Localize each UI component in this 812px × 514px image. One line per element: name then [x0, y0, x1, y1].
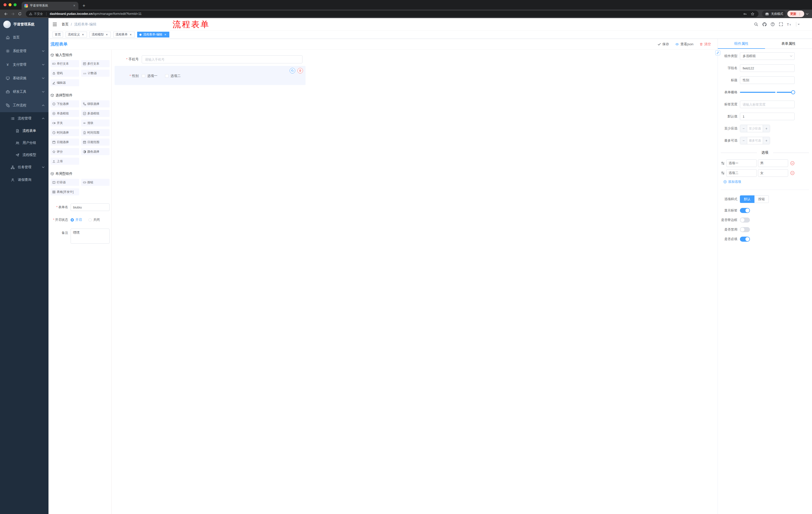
palette-item-time-picker[interactable]: 时间选择 — [51, 129, 79, 136]
palette-item-radio-group[interactable]: 单选框组 — [51, 110, 79, 117]
sidebar-item-process-model[interactable]: 流程模型 — [0, 149, 49, 161]
sidebar-item-process-form[interactable]: 流程表单 — [0, 125, 49, 137]
component-cube-icon — [51, 172, 54, 175]
sidebar-item-leave-query[interactable]: 请假查询 — [0, 173, 49, 186]
selected-item-actions — [290, 68, 303, 74]
sidebar-item-payment[interactable]: ¥ 支付管理 — [0, 58, 49, 72]
switch-icon — [52, 121, 56, 125]
chevron-up-icon — [42, 118, 45, 119]
palette-item-row-container[interactable]: 行容器 — [51, 179, 79, 186]
component-cube-icon — [51, 93, 54, 97]
upload-icon — [52, 160, 56, 163]
tag-close-icon[interactable]: × — [81, 33, 85, 36]
delete-component-button[interactable] — [297, 68, 303, 74]
palette-item-date-range[interactable]: 日期范围 — [81, 139, 110, 145]
palette-item-cascader[interactable]: 级联选择 — [81, 100, 110, 107]
palette-item-textarea[interactable]: 多行文本 — [81, 60, 110, 67]
sidebar-item-label: 基础设施 — [13, 76, 26, 80]
reload-button[interactable] — [16, 10, 23, 17]
tag-process-definition[interactable]: 流程定义 × — [65, 32, 87, 37]
app-logo[interactable]: 芋道管理系统 — [0, 18, 49, 31]
browser-toolbar: 不安全 dashboard.yudao.iocoder.cn/bpm/manag… — [0, 9, 406, 18]
url-path: /bpm/manager/form/edit?formId=11 — [92, 12, 141, 16]
palette-item-label: 编辑器 — [57, 81, 66, 85]
page-title: 流程表单 — [51, 41, 67, 47]
window-minimize-button[interactable] — [8, 3, 11, 6]
palette-item-upload[interactable]: 上传 — [51, 158, 79, 165]
status-radio-off[interactable]: 关闭 — [88, 218, 100, 222]
tag-process-form-edit[interactable]: 流程表单-编辑 × — [137, 32, 169, 37]
gender-checkbox-option2[interactable]: 选项二 — [165, 74, 181, 78]
tag-close-icon[interactable]: × — [164, 33, 167, 36]
sidebar-item-user-groups[interactable]: 用户分组 — [0, 137, 49, 149]
sidebar-item-process-management[interactable]: 流程管理 — [0, 112, 49, 125]
tab-close-icon[interactable]: × — [72, 3, 76, 8]
form-name-input[interactable] — [70, 204, 110, 211]
palette-item-date-picker[interactable]: 日期选择 — [51, 139, 79, 145]
form-canvas[interactable]: *手机号 *性别 选项一 选项二 — [112, 50, 406, 257]
gender-checkbox-option1[interactable]: 选项一 — [142, 74, 157, 78]
palette-item-counter[interactable]: 123计数器 — [81, 70, 110, 77]
tag-process-form[interactable]: 流程表单 × — [113, 32, 135, 37]
address-bar[interactable]: 不安全 dashboard.yudao.iocoder.cn/bpm/manag… — [26, 10, 406, 17]
canvas-field-gender-selected[interactable]: *性别 选项一 选项二 — [115, 66, 306, 85]
password-lock-icon — [52, 72, 56, 75]
palette-item-time-range[interactable]: 时间范围 — [81, 129, 110, 136]
palette-item-color-picker[interactable]: 颜色选择 — [81, 148, 110, 155]
sidebar-item-task-management[interactable]: 任务管理 — [0, 161, 49, 173]
tag-close-icon[interactable]: × — [105, 33, 109, 36]
palette-item-select[interactable]: 下拉选择 — [51, 100, 79, 107]
designer-header: 流程表单 保存 查看json 清空 — [49, 39, 406, 50]
app-header: 首页 / 流程表单-编辑 TT — [49, 18, 406, 31]
phone-input[interactable] — [142, 55, 302, 63]
palette-item-button[interactable]: 按钮 — [81, 179, 110, 186]
tag-home[interactable]: 首页 — [53, 32, 63, 37]
palette-item-editor[interactable]: 编辑器 — [51, 79, 79, 86]
browser-chrome: 芋道管理系统 × + 不安全 dashboard.yudao.iocoder.c… — [0, 0, 406, 18]
radio-label: 开启 — [76, 218, 82, 222]
sidebar-item-label: 流程管理 — [18, 116, 31, 121]
gender-field-label: *性别 — [115, 74, 139, 78]
palette-item-switch[interactable]: 开关 — [51, 119, 79, 127]
palette-item-single-text[interactable]: 单行文本 — [51, 60, 79, 67]
tag-process-model[interactable]: 流程模型 × — [89, 32, 111, 37]
rate-star-icon — [52, 150, 56, 154]
status-radio-on[interactable]: 开启 — [70, 218, 82, 222]
chevron-down-icon — [42, 77, 45, 79]
time-range-icon — [83, 131, 86, 134]
back-button[interactable] — [2, 10, 9, 17]
new-tab-button[interactable]: + — [80, 2, 87, 9]
sidebar-item-home[interactable]: 首页 — [0, 31, 49, 44]
sidebar-item-workflow[interactable]: 工作流程 — [0, 99, 49, 112]
breadcrumb-home[interactable]: 首页 — [62, 22, 68, 27]
briefcase-icon — [5, 90, 10, 94]
palette-item-checkbox-group[interactable]: 多选框组 — [81, 110, 110, 117]
sidebar-item-devtools[interactable]: 研发工具 — [0, 85, 49, 99]
checkbox-label: 选项二 — [171, 74, 181, 78]
palette-chip-grid: 单行文本 多行文本 密码 123计数器 编辑器 — [51, 60, 110, 86]
radio-dot — [70, 218, 74, 221]
browser-tab[interactable]: 芋道管理系统 × — [22, 2, 78, 9]
canvas-field-phone[interactable]: *手机号 — [115, 55, 406, 63]
form-remark-textarea[interactable]: 嘿嘿 — [70, 228, 110, 244]
field-label-text: 性别 — [132, 74, 139, 78]
svg-text:123: 123 — [83, 72, 86, 75]
palette-item-password[interactable]: 密码 — [51, 70, 79, 77]
row-container-icon — [52, 181, 56, 184]
forward-button[interactable] — [9, 10, 16, 17]
component-cube-icon — [51, 53, 54, 57]
window-close-button[interactable] — [3, 3, 6, 6]
checkbox-box[interactable] — [142, 74, 145, 78]
sidebar-collapse-icon[interactable] — [49, 22, 59, 26]
palette-item-table[interactable]: 表格[开发中] — [51, 188, 79, 195]
copy-component-button[interactable] — [290, 68, 295, 74]
form-status-label: 开启状态 — [51, 218, 68, 222]
palette-item-slider[interactable]: 滑块 — [81, 119, 110, 127]
sidebar-item-system[interactable]: 系统管理 — [0, 44, 49, 58]
checkbox-box[interactable] — [165, 74, 169, 78]
window-zoom-button[interactable] — [13, 3, 17, 6]
tag-close-icon[interactable]: × — [129, 33, 133, 36]
palette-item-rate[interactable]: 评分 — [51, 148, 79, 155]
sidebar-item-infrastructure[interactable]: 基础设施 — [0, 72, 49, 85]
palette-section-select: 选择型组件 — [51, 93, 110, 98]
